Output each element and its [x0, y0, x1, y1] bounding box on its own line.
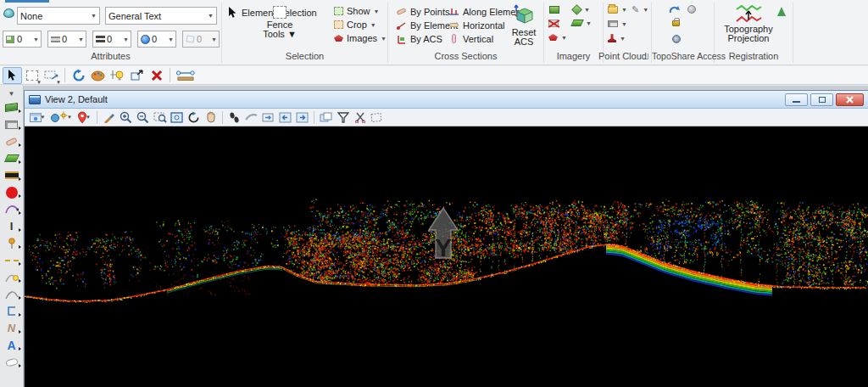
toposhare-publish-button[interactable]	[687, 5, 696, 14]
terrain-icon	[5, 103, 18, 112]
chevron-down-icon[interactable]: ▼	[91, 13, 97, 19]
delete-tool-button[interactable]	[147, 67, 166, 84]
topography-projection-button[interactable]: Topography Projection	[721, 4, 776, 43]
lightbulb-tool-button[interactable]	[108, 67, 127, 84]
imagery-detach-button[interactable]	[548, 20, 559, 27]
palette-tool-button[interactable]	[88, 67, 108, 84]
task-toolbar-dropdown[interactable]: ▼	[2, 88, 22, 98]
measure-tool-button[interactable]	[174, 67, 198, 84]
selection-box-tool-button[interactable]: ▼	[22, 67, 42, 84]
update-view-button[interactable]	[101, 109, 117, 125]
horizontal-icon	[448, 20, 459, 31]
text-tool-button[interactable]: A	[2, 337, 22, 353]
restore-button[interactable]	[810, 93, 833, 106]
resize-tool-button[interactable]	[127, 67, 147, 84]
group-registration: Topography Projection Registration	[715, 3, 793, 63]
view-next-button[interactable]	[294, 109, 310, 125]
copy-view-button[interactable]	[318, 109, 334, 125]
fit-view-icon	[170, 112, 183, 123]
imagery-layers-button[interactable]: ▼	[572, 20, 592, 26]
fence-tools-button[interactable]: Fence Tools ▼	[263, 6, 297, 39]
active-element-template-combo[interactable]: None▼	[17, 7, 100, 25]
pointcloud-edit-button[interactable]: ✎▼	[632, 5, 648, 14]
by-points-icon	[395, 6, 407, 17]
chevron-down-icon[interactable]: ▼	[208, 13, 214, 19]
walk-button[interactable]	[226, 109, 242, 125]
node-tool-button[interactable]	[2, 235, 22, 251]
dashed-line-tool-button[interactable]	[2, 252, 22, 268]
layers-icon	[3, 154, 19, 162]
classify-tool-button[interactable]	[2, 116, 22, 132]
section-tool-button[interactable]	[2, 133, 22, 149]
rotate-tool-button[interactable]	[69, 67, 88, 84]
view-attributes-button[interactable]: ▼	[27, 109, 47, 125]
topography-label-2: Projection	[728, 33, 770, 43]
fly-button[interactable]	[243, 109, 259, 125]
view-previous-button[interactable]	[277, 109, 293, 125]
pointcloud-canvas[interactable]	[25, 126, 868, 387]
color-combo[interactable]: 0▼	[137, 31, 176, 48]
registration-tree-button[interactable]	[777, 7, 786, 16]
pointcloud-stamp-button[interactable]: ▼	[608, 34, 626, 42]
view-window-titlebar[interactable]: View 2, Default	[25, 91, 868, 109]
stamp-icon	[608, 34, 616, 42]
camera-view-button[interactable]	[260, 109, 276, 125]
eraser-tool-button[interactable]	[2, 354, 22, 370]
element-class-combo[interactable]: 0▼	[3, 31, 42, 48]
close-button[interactable]	[836, 93, 864, 106]
clip-mask-button[interactable]	[352, 109, 368, 125]
toposhare-lock-button[interactable]	[672, 17, 680, 26]
fit-view-button[interactable]	[169, 109, 185, 125]
horizontal-button[interactable]: Horizontal	[448, 20, 505, 31]
curve-lightbulb-tool-button[interactable]	[2, 269, 22, 285]
zoom-out-button[interactable]	[135, 109, 151, 125]
pan-view-button[interactable]	[203, 109, 219, 125]
text-cursor-tool-button[interactable]: I	[2, 218, 22, 234]
minimize-button[interactable]	[785, 93, 808, 106]
imagery-diamond-button[interactable]: ▼	[573, 6, 590, 14]
curve-tool-button[interactable]	[2, 201, 22, 217]
imagery-attach-button[interactable]	[549, 6, 559, 14]
show-button[interactable]: Show▼	[334, 6, 379, 16]
toposhare-sync-button[interactable]	[669, 5, 681, 15]
red-circle-tool-button[interactable]	[2, 184, 22, 200]
task-toolbar: ▼ I N A	[0, 86, 24, 387]
profile-tool-button[interactable]	[2, 303, 22, 319]
image-icon	[549, 6, 559, 14]
reset-acs-button[interactable]: Reset ACS	[507, 4, 541, 47]
imagery-capture-button[interactable]: ▼	[548, 34, 567, 41]
arc-tool-button[interactable]	[2, 286, 22, 302]
clip-volume-button[interactable]	[335, 109, 351, 125]
by-element-icon	[395, 20, 407, 31]
toposhare-web-button[interactable]	[672, 35, 681, 43]
pointcloud-open-button[interactable]: ▼	[608, 6, 627, 14]
road-tool-button[interactable]	[2, 167, 22, 183]
by-acs-button[interactable]: By ACS	[395, 33, 442, 44]
fence-tool-button[interactable]: ▼	[42, 67, 61, 84]
zoom-in-button[interactable]	[118, 109, 134, 125]
by-points-button[interactable]: By Points	[395, 6, 449, 17]
clip-tools-button[interactable]	[369, 109, 385, 125]
pointcloud-classify-button[interactable]: ▼	[608, 20, 627, 27]
line-weight-combo[interactable]: 0▼	[92, 31, 131, 48]
viewport[interactable]	[25, 126, 868, 387]
terrain-tool-button[interactable]	[2, 99, 22, 115]
line-style-combo[interactable]: 0▼	[47, 31, 86, 48]
crop-label: Crop	[347, 20, 367, 30]
linestring-tool-button[interactable]: N	[2, 320, 22, 336]
rotate-view-button[interactable]	[186, 109, 202, 125]
saved-views-button[interactable]: ▼	[75, 109, 93, 125]
red-circle-icon	[6, 187, 18, 199]
vertical-button[interactable]: Vertical	[448, 33, 493, 44]
group-label-selection: Selection	[222, 51, 387, 61]
toolbar-separator	[314, 111, 314, 124]
text-style-combo[interactable]: General Text▼	[105, 7, 217, 25]
crop-button[interactable]: Crop▼	[334, 20, 376, 30]
select-tool-button[interactable]	[3, 67, 22, 84]
rotate-view-icon	[187, 111, 200, 124]
window-area-button[interactable]	[152, 109, 168, 125]
images-button[interactable]: Images▼	[334, 33, 387, 43]
layers-tool-button[interactable]	[2, 150, 22, 166]
images-label: Images	[347, 33, 377, 43]
display-style-button[interactable]: ▼	[48, 109, 74, 125]
